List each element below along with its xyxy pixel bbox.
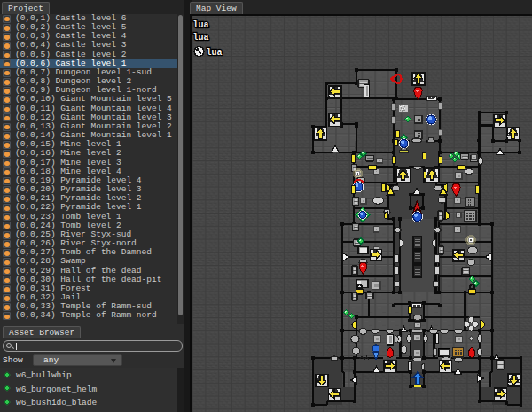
svg-text:lua: lua [207, 48, 223, 58]
svg-text:lua: lua [193, 33, 209, 43]
svg-text:lua: lua [193, 20, 209, 30]
